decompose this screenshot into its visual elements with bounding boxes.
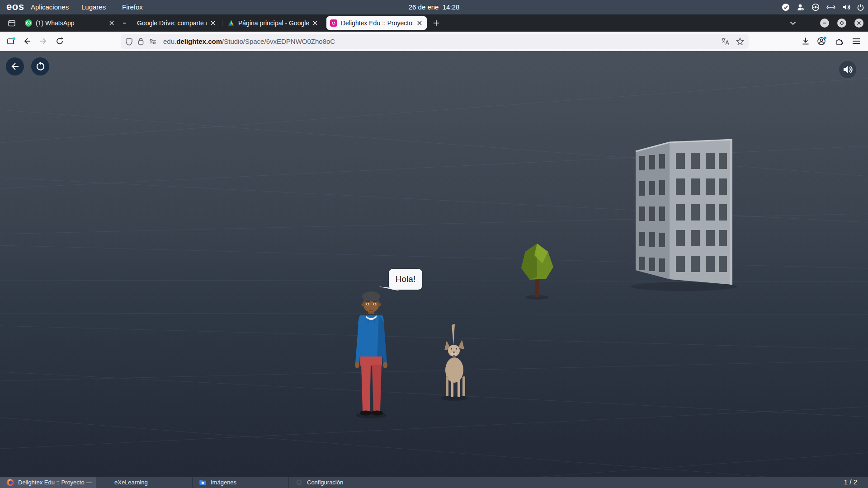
reload-button[interactable] <box>52 34 67 48</box>
tab-close-icon[interactable] <box>416 19 423 27</box>
permissions-icon[interactable] <box>149 38 157 45</box>
url-subdomain: edu. <box>163 38 176 45</box>
workspace-indicator[interactable]: 1 / 2 <box>844 478 857 486</box>
sound-button[interactable] <box>839 61 856 78</box>
back-button[interactable] <box>6 57 24 75</box>
system-tray <box>782 0 864 14</box>
volume-icon[interactable] <box>842 4 850 11</box>
taskbar-window-configuracion[interactable]: Configuración <box>289 477 385 488</box>
user-status-icon[interactable] <box>796 3 805 11</box>
power-icon[interactable] <box>857 4 864 11</box>
clock-time: 14:28 <box>443 3 460 11</box>
media-disc-icon[interactable] <box>811 3 820 11</box>
menu-lugares[interactable]: Lugares <box>81 3 106 11</box>
desktop: eos Aplicaciones Lugares Firefox 26 de e… <box>0 0 868 488</box>
account-icon[interactable] <box>815 34 829 48</box>
tracking-shield-icon[interactable] <box>125 38 133 46</box>
lock-icon[interactable] <box>137 38 144 45</box>
extensions-puzzle-icon[interactable] <box>832 34 846 48</box>
speech-bubble: Hola! <box>389 269 422 290</box>
tab-separator <box>222 20 222 27</box>
url-path: /Studio/Space/6vxEDPNWO0Zho8oC <box>222 38 335 45</box>
taskbar-window-firefox[interactable]: Delightex Edu :: Proyecto — Mozil... <box>0 477 96 488</box>
check-badge-icon[interactable] <box>782 3 790 11</box>
downloads-icon[interactable] <box>798 34 813 48</box>
whatsapp-icon <box>25 19 32 27</box>
close-window-button[interactable] <box>854 19 863 28</box>
tab-separator <box>20 20 20 27</box>
url-text[interactable]: edu.delightex.com/Studio/Space/6vxEDPNWO… <box>163 38 715 45</box>
browser-tab-bar: (1) WhatsApp Google Drive: comparte a Pá… <box>0 14 868 32</box>
tab-close-icon[interactable] <box>311 19 319 27</box>
firefox-icon <box>6 479 14 486</box>
taskbar-window-label: Configuración <box>307 479 343 486</box>
url-bar[interactable]: edu.delightex.com/Studio/Space/6vxEDPNWO… <box>121 34 749 49</box>
menu-firefox[interactable]: Firefox <box>122 3 143 11</box>
menu-aplicaciones[interactable]: Aplicaciones <box>31 3 69 11</box>
google-drive-icon <box>227 19 235 27</box>
back-button[interactable] <box>20 34 34 48</box>
folder-home-icon <box>199 479 207 486</box>
browser-toolbar: edu.delightex.com/Studio/Space/6vxEDPNWO… <box>0 32 868 51</box>
building[interactable] <box>631 140 737 291</box>
system-top-bar: eos Aplicaciones Lugares Firefox 26 de e… <box>0 0 868 14</box>
minimize-button[interactable] <box>820 19 829 28</box>
tab-close-icon[interactable] <box>108 19 115 27</box>
tab-close-icon[interactable] <box>209 19 217 27</box>
taskbar-window-exelearning[interactable]: eXeLearning <box>96 477 193 488</box>
taskbar-window-label: Imágenes <box>211 479 236 486</box>
delightex-icon <box>330 19 337 27</box>
url-domain: delightex.com <box>176 38 222 45</box>
clock-date: 26 de ene <box>409 3 439 11</box>
scene-canvas <box>0 51 868 477</box>
forward-button[interactable] <box>36 34 51 48</box>
tab-separator <box>121 20 121 27</box>
tab-whatsapp[interactable]: (1) WhatsApp <box>21 16 119 30</box>
taskbar-window-imagenes[interactable]: Imágenes <box>193 477 289 488</box>
delightex-3d-viewport[interactable]: Hola! <box>0 51 868 477</box>
tab-title: Página principal - Google <box>238 19 309 27</box>
taskbar-window-label: Delightex Edu :: Proyecto — Mozil... <box>18 479 92 486</box>
tab-title: Delightex Edu :: Proyecto <box>341 19 413 27</box>
taskbar: Delightex Edu :: Proyecto — Mozil... eXe… <box>0 477 868 488</box>
eos-logo[interactable]: eos <box>6 1 24 13</box>
new-tab-button[interactable] <box>430 18 442 28</box>
google-icon <box>126 19 133 27</box>
network-arrows-icon[interactable] <box>826 4 836 10</box>
gear-icon <box>295 479 303 486</box>
tab-google-drive-share[interactable]: Google Drive: comparte a <box>123 16 220 30</box>
maximize-button[interactable] <box>837 19 846 28</box>
bookmark-star-icon[interactable] <box>736 38 744 45</box>
tab-drive-home[interactable]: Página principal - Google <box>224 16 322 30</box>
tab-delightex[interactable]: Delightex Edu :: Proyecto <box>326 16 427 30</box>
firefox-view-icon[interactable] <box>5 17 18 29</box>
translate-icon[interactable] <box>721 38 730 45</box>
speech-bubble-text: Hola! <box>396 274 415 284</box>
tab-title: Google Drive: comparte a <box>137 19 207 27</box>
menu-hamburger-icon[interactable] <box>849 34 863 48</box>
taskbar-window-label: eXeLearning <box>114 479 148 486</box>
firefox-view-icon[interactable] <box>4 34 18 48</box>
list-all-tabs-chevron-icon[interactable] <box>787 17 799 29</box>
tab-title: (1) WhatsApp <box>36 19 105 27</box>
restart-button[interactable] <box>31 57 49 75</box>
